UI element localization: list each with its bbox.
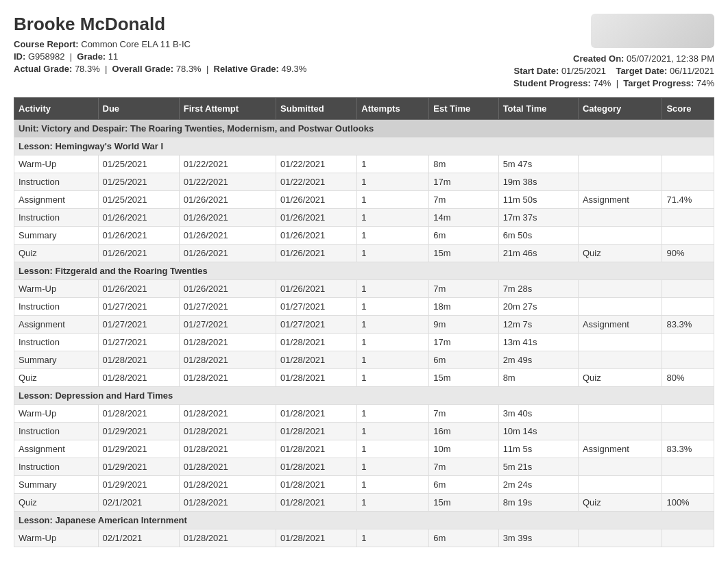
cell-total-time: 5m 21s: [498, 458, 578, 476]
cell-attempts: 1: [357, 369, 429, 387]
logo: [591, 14, 714, 48]
grade-label: Grade:: [77, 51, 106, 62]
cell-submitted: 01/28/2021: [276, 494, 357, 512]
table-row: Lesson: Hemingway's World War I: [14, 138, 714, 155]
cell-first-attempt: 01/28/2021: [179, 351, 276, 369]
id-label: ID:: [14, 51, 25, 62]
cell-submitted: 01/26/2021: [276, 227, 357, 245]
cell-activity: Assignment: [14, 316, 99, 334]
cell-first-attempt: 01/28/2021: [179, 369, 276, 387]
cell-est-time: 6m: [429, 351, 498, 369]
cell-submitted: 01/22/2021: [276, 155, 357, 173]
col-submitted: Submitted: [276, 98, 357, 120]
actual-grade-label: Actual Grade:: [14, 64, 72, 74]
cell-activity: Quiz: [14, 494, 99, 512]
cell-due: 01/25/2021: [98, 155, 179, 173]
cell-submitted: 01/26/2021: [276, 209, 357, 227]
cell-est-time: 15m: [429, 494, 498, 512]
table-row: Quiz 01/26/2021 01/26/2021 01/26/2021 1 …: [14, 245, 714, 262]
cell-score: [662, 155, 714, 173]
id-grade-row: ID: G958982 | Grade: 11: [14, 51, 306, 62]
cell-due: 02/1/2021: [98, 529, 179, 547]
cell-attempts: 1: [357, 245, 429, 262]
cell-first-attempt: 01/28/2021: [179, 405, 276, 423]
student-name: Brooke McDonald: [14, 14, 306, 35]
cell-first-attempt: 01/28/2021: [179, 440, 276, 458]
cell-category: [578, 280, 662, 298]
cell-submitted: 01/28/2021: [276, 405, 357, 423]
created-on-value: 05/07/2021, 12:38 PM: [627, 53, 714, 64]
cell-due: 01/27/2021: [98, 298, 179, 316]
course-report-row: Course Report: Common Core ELA 11 B-IC: [14, 39, 306, 49]
cell-score: [662, 423, 714, 440]
cell-category: Quiz: [578, 245, 662, 262]
table-row: Lesson: Depression and Hard Times: [14, 387, 714, 405]
actual-grade-value: 78.3%: [75, 64, 100, 74]
cell-total-time: 11m 50s: [498, 191, 578, 209]
table-row: Warm-Up 01/28/2021 01/28/2021 01/28/2021…: [14, 405, 714, 423]
cell-first-attempt: 01/27/2021: [179, 316, 276, 334]
cell-attempts: 1: [357, 351, 429, 369]
cell-attempts: 1: [357, 458, 429, 476]
table-row: Quiz 01/28/2021 01/28/2021 01/28/2021 1 …: [14, 369, 714, 387]
cell-category: Quiz: [578, 369, 662, 387]
table-row: Instruction 01/29/2021 01/28/2021 01/28/…: [14, 458, 714, 476]
cell-total-time: 19m 38s: [498, 173, 578, 191]
table-row: Lesson: Japanese American Internment: [14, 512, 714, 529]
cell-submitted: 01/28/2021: [276, 334, 357, 351]
cell-due: 01/25/2021: [98, 191, 179, 209]
unit-label: Unit: Victory and Despair: The Roaring T…: [14, 120, 714, 138]
cell-activity: Instruction: [14, 209, 99, 227]
cell-category: [578, 155, 662, 173]
cell-first-attempt: 01/28/2021: [179, 529, 276, 547]
cell-due: 01/27/2021: [98, 334, 179, 351]
cell-total-time: 3m 40s: [498, 405, 578, 423]
cell-activity: Warm-Up: [14, 155, 99, 173]
cell-first-attempt: 01/22/2021: [179, 173, 276, 191]
id-value: G958982: [28, 51, 65, 62]
cell-est-time: 17m: [429, 334, 498, 351]
cell-activity: Summary: [14, 351, 99, 369]
cell-attempts: 1: [357, 423, 429, 440]
cell-score: [662, 334, 714, 351]
cell-first-attempt: 01/28/2021: [179, 423, 276, 440]
cell-activity: Instruction: [14, 334, 99, 351]
cell-score: [662, 173, 714, 191]
cell-attempts: 1: [357, 476, 429, 494]
cell-submitted: 01/28/2021: [276, 458, 357, 476]
cell-est-time: 16m: [429, 423, 498, 440]
cell-due: 01/25/2021: [98, 173, 179, 191]
grades-row: Actual Grade: 78.3% | Overall Grade: 78.…: [14, 64, 306, 74]
cell-category: [578, 423, 662, 440]
course-report-label: Course Report:: [14, 39, 79, 49]
cell-first-attempt: 01/26/2021: [179, 280, 276, 298]
table-row: Unit: Victory and Despair: The Roaring T…: [14, 120, 714, 138]
student-progress-label: Student Progress:: [513, 78, 591, 88]
cell-total-time: 13m 41s: [498, 334, 578, 351]
overall-grade-label: Overall Grade:: [112, 64, 174, 74]
cell-submitted: 01/28/2021: [276, 369, 357, 387]
cell-score: 90%: [662, 245, 714, 262]
cell-submitted: 01/28/2021: [276, 423, 357, 440]
cell-first-attempt: 01/26/2021: [179, 245, 276, 262]
table-row: Assignment 01/29/2021 01/28/2021 01/28/2…: [14, 440, 714, 458]
table-row: Warm-Up 01/26/2021 01/26/2021 01/26/2021…: [14, 280, 714, 298]
table-row: Assignment 01/25/2021 01/26/2021 01/26/2…: [14, 191, 714, 209]
cell-due: 01/28/2021: [98, 369, 179, 387]
cell-est-time: 10m: [429, 440, 498, 458]
cell-submitted: 01/28/2021: [276, 476, 357, 494]
cell-total-time: 8m: [498, 369, 578, 387]
cell-est-time: 6m: [429, 476, 498, 494]
col-activity: Activity: [14, 98, 99, 120]
cell-attempts: 1: [357, 173, 429, 191]
cell-total-time: 2m 24s: [498, 476, 578, 494]
cell-due: 02/1/2021: [98, 494, 179, 512]
cell-first-attempt: 01/28/2021: [179, 494, 276, 512]
cell-category: [578, 529, 662, 547]
target-progress-label: Target Progress:: [623, 78, 694, 88]
cell-total-time: 7m 28s: [498, 280, 578, 298]
overall-grade-value: 78.3%: [176, 64, 202, 74]
cell-due: 01/26/2021: [98, 280, 179, 298]
cell-total-time: 20m 27s: [498, 298, 578, 316]
cell-est-time: 7m: [429, 405, 498, 423]
